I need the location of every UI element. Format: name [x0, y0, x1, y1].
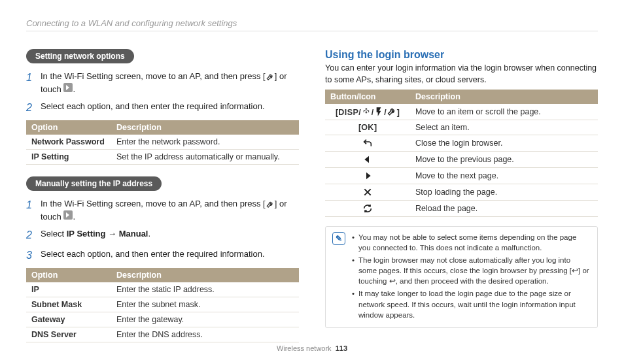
step-text: In the Wi-Fi Setting screen, move to an … — [41, 71, 263, 81]
period: . — [73, 212, 75, 222]
desc: Move to an item or scroll the page. — [410, 104, 598, 120]
footer-section: Wireless network — [277, 344, 332, 352]
opt-desc: Enter the DNS address. — [111, 327, 299, 342]
reload-icon — [325, 201, 410, 217]
play-icon — [63, 83, 73, 92]
step-2-3: 3 Select each option, and then enter the… — [26, 248, 299, 264]
opt-desc: Enter the gateway. — [111, 312, 299, 327]
step-2-1: 1 In the Wi-Fi Setting screen, move to a… — [26, 197, 299, 223]
opt-name: Subnet Mask — [26, 297, 111, 312]
step-number: 2 — [26, 100, 35, 116]
table-row: DNS ServerEnter the DNS address. — [26, 327, 299, 342]
opt-name: Gateway — [26, 312, 111, 327]
step-number: 1 — [26, 197, 35, 223]
pill-manual-ip: Manually setting the IP address — [26, 176, 162, 191]
note-item: The login browser may not close automati… — [352, 255, 591, 286]
table-button-icon: Button/IconDescription [DISP///] Move to… — [325, 90, 598, 217]
note-icon: ✎ — [332, 232, 345, 245]
left-column: Setting network options 1 In the Wi-Fi S… — [26, 49, 299, 331]
arrow: → — [105, 229, 118, 239]
desc: Move to the previous page. — [410, 152, 598, 168]
step-2-2: 2 Select IP Setting → Manual. — [26, 227, 299, 244]
table-row: GatewayEnter the gateway. — [26, 312, 299, 327]
step-number: 2 — [26, 227, 35, 244]
intro-text: You can enter your login information via… — [325, 63, 598, 86]
desc: Stop loading the page. — [410, 184, 598, 201]
opt-desc: Enter the subnet mask. — [111, 297, 299, 312]
ok-button-icon: [OK] — [325, 120, 410, 135]
footer-page-number: 113 — [336, 344, 347, 352]
back-icon — [325, 135, 410, 152]
step-text: Select each option, and then enter the r… — [41, 248, 265, 264]
desc: Select an item. — [410, 120, 598, 135]
step-text: Select each option, and then enter the r… — [41, 100, 265, 116]
close-icon — [325, 184, 410, 201]
disp-buttons-icon: [DISP///] — [325, 104, 410, 120]
tool-icon — [266, 73, 275, 82]
col-header-description: Description — [410, 90, 598, 104]
opt-desc: Set the IP address automatically or manu… — [111, 150, 299, 165]
desc: Close the login browser. — [410, 135, 598, 152]
page-header-title: Connecting to a WLAN and configuring net… — [26, 18, 598, 31]
col-header-option: Option — [26, 120, 111, 135]
col-header-button: Button/Icon — [325, 90, 410, 104]
table-row: Close the login browser. — [325, 135, 598, 152]
col-header-description: Description — [111, 120, 299, 135]
heading-login-browser: Using the login browser — [325, 49, 598, 61]
col-header-option: Option — [26, 268, 111, 282]
step-number: 3 — [26, 248, 35, 264]
step-1-1: 1 In the Wi-Fi Setting screen, move to a… — [26, 70, 299, 96]
note-item: You may not be able to select some items… — [352, 232, 591, 253]
period: . — [148, 229, 151, 239]
table-row: [DISP///] Move to an item or scroll the … — [325, 104, 598, 120]
step-number: 1 — [26, 70, 35, 96]
bold-manual: Manual — [119, 229, 148, 239]
desc: Move to the next page. — [410, 168, 598, 184]
table-row: IPEnter the static IP address. — [26, 282, 299, 297]
col-header-description: Description — [111, 268, 299, 282]
opt-name: IP — [26, 282, 111, 297]
step-1-2: 2 Select each option, and then enter the… — [26, 100, 299, 116]
left-arrow-icon — [325, 152, 410, 168]
table-row: Subnet MaskEnter the subnet mask. — [26, 297, 299, 312]
table-row: Move to the previous page. — [325, 152, 598, 168]
desc: Reload the page. — [410, 201, 598, 217]
bold-ip-setting: IP Setting — [67, 229, 106, 239]
table-row: Stop loading the page. — [325, 184, 598, 201]
page-footer: Wireless network 113 — [0, 344, 624, 352]
table-row: Move to the next page. — [325, 168, 598, 184]
table-ip-options: OptionDescription IPEnter the static IP … — [26, 268, 299, 342]
table-row: Network PasswordEnter the network passwo… — [26, 135, 299, 150]
table-row: IP SettingSet the IP address automatical… — [26, 150, 299, 165]
opt-desc: Enter the network password. — [111, 135, 299, 150]
opt-desc: Enter the static IP address. — [111, 282, 299, 297]
right-arrow-icon — [325, 168, 410, 184]
note-box: ✎ You may not be able to select some ite… — [325, 226, 598, 328]
opt-name: DNS Server — [26, 327, 111, 342]
table-row: [OK] Select an item. — [325, 120, 598, 135]
pill-setting-network-options: Setting network options — [26, 49, 134, 63]
opt-name: Network Password — [26, 135, 111, 150]
period: . — [73, 84, 75, 94]
opt-name: IP Setting — [26, 150, 111, 165]
note-item: It may take longer to load the login pag… — [352, 288, 591, 320]
tool-icon — [266, 200, 275, 209]
step-text: In the Wi-Fi Setting screen, move to an … — [41, 199, 263, 208]
step-text: Select — [41, 229, 67, 239]
table-network-options: OptionDescription Network PasswordEnter … — [26, 120, 299, 165]
right-column: Using the login browser You can enter yo… — [325, 49, 598, 331]
play-icon — [63, 210, 73, 220]
table-row: Reload the page. — [325, 201, 598, 217]
